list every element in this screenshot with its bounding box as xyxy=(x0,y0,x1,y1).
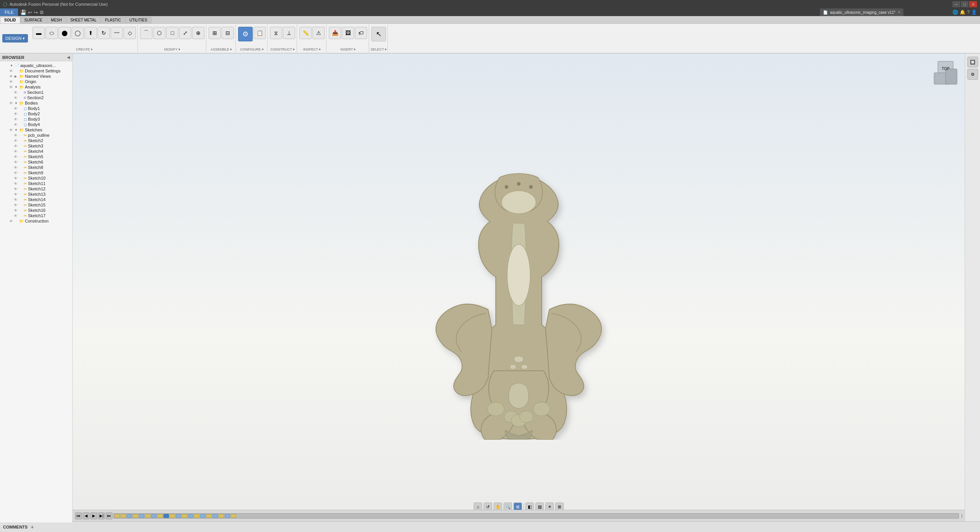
timeline-step-15[interactable] xyxy=(200,514,206,518)
tab-plastic[interactable]: PLASTIC xyxy=(101,17,125,23)
timeline-step-16[interactable] xyxy=(206,514,212,518)
configure-rules-button[interactable]: 📋 xyxy=(253,27,266,39)
sphere-button[interactable]: ⬤ xyxy=(59,27,71,39)
tree-item-origin[interactable]: 👁📁Origin xyxy=(0,79,72,84)
configure-parameters-button[interactable]: ⚙ xyxy=(238,27,253,41)
box-button[interactable]: ▬ xyxy=(33,27,45,39)
tree-item-bodies[interactable]: 👁▼📁Bodies xyxy=(0,100,72,106)
timeline-step-8[interactable] xyxy=(157,514,163,518)
timeline-prev-btn[interactable]: ◀ xyxy=(83,512,90,519)
tree-item-sketch15[interactable]: 👁✏Sketch15 xyxy=(0,202,72,208)
timeline-step-13[interactable] xyxy=(188,514,193,518)
midplane-button[interactable]: ⊥ xyxy=(283,27,295,39)
tree-item-sketch12[interactable]: 👁✏Sketch12 xyxy=(0,186,72,192)
tree-item-sketch14[interactable]: 👁✏Sketch14 xyxy=(0,197,72,202)
comments-expand-btn[interactable]: + xyxy=(31,524,34,530)
decal-button[interactable]: 🏷 xyxy=(355,27,367,39)
timeline-step-20[interactable] xyxy=(231,514,236,518)
user-icon[interactable]: 👤 xyxy=(971,10,977,15)
timeline-step-10[interactable] xyxy=(170,514,175,518)
fillet-button[interactable]: ⌒ xyxy=(140,27,152,39)
right-panel-btn-1[interactable]: 🔲 xyxy=(967,57,978,67)
document-close-btn[interactable]: × xyxy=(898,10,900,15)
right-panel-btn-2[interactable]: ⚙ xyxy=(967,69,978,80)
extrude-button[interactable]: ⬆ xyxy=(85,27,97,39)
measure-button[interactable]: 📏 xyxy=(299,27,312,39)
document-filename[interactable]: aquatic_ultrasonic_imaging_case v11* xyxy=(830,10,895,15)
loft-button[interactable]: ◇ xyxy=(124,27,136,39)
revolve-button[interactable]: ↻ xyxy=(98,27,110,39)
tab-solid[interactable]: SOLID xyxy=(0,17,20,23)
tree-item-pcb_outline[interactable]: 👁✏pcb_outline xyxy=(0,133,72,138)
tree-item-analysis[interactable]: 👁▼📁Analysis xyxy=(0,84,72,90)
timeline-step-4[interactable] xyxy=(133,514,138,518)
tree-item-sketch5[interactable]: 👁✏Sketch5 xyxy=(0,154,72,159)
tree-item-sketches[interactable]: 👁▼📁Sketches xyxy=(0,127,72,133)
select-button[interactable]: ↖ xyxy=(371,27,386,41)
offset-plane-button[interactable]: ⧖ xyxy=(270,27,282,39)
tree-item-body3[interactable]: 👁◻Body3 xyxy=(0,116,72,122)
cylinder-button[interactable]: ⬭ xyxy=(46,27,58,39)
timeline-back-btn[interactable]: ⏮ xyxy=(75,512,82,519)
help-icon[interactable]: ? xyxy=(967,10,970,15)
tree-item-sketch16[interactable]: 👁✏Sketch16 xyxy=(0,208,72,213)
viewport[interactable]: TOP ⌂ ↺ ✋ 🔍 ⊞ ◧ ▨ ☀ ⊞ xyxy=(73,54,965,522)
network-icon[interactable]: 🌐 xyxy=(952,10,958,15)
timeline-end-btn[interactable]: ⏭ xyxy=(106,512,113,519)
tab-mesh[interactable]: MESH xyxy=(47,17,66,23)
tree-item-sketch4[interactable]: 👁✏Sketch4 xyxy=(0,149,72,154)
scale-button[interactable]: ⤢ xyxy=(179,27,191,39)
timeline-step-2[interactable] xyxy=(121,514,126,518)
sweep-button[interactable]: 〰 xyxy=(111,27,123,39)
browser-collapse-btn[interactable]: ◀ xyxy=(67,55,70,59)
tree-item-sketch13[interactable]: 👁✏Sketch13 xyxy=(0,192,72,197)
timeline-step-7[interactable] xyxy=(151,514,157,518)
tab-utilities[interactable]: UTILITIES xyxy=(125,17,152,23)
timeline-step-6[interactable] xyxy=(145,514,150,518)
timeline-step-11[interactable] xyxy=(176,514,181,518)
tree-item-sketch8[interactable]: 👁✏Sketch8 xyxy=(0,165,72,170)
chamfer-button[interactable]: ⬡ xyxy=(153,27,165,39)
tree-item-sketch9[interactable]: 👁✏Sketch9 xyxy=(0,170,72,175)
tree-item-construction[interactable]: 👁📁Construction xyxy=(0,218,72,224)
timeline-step-19[interactable] xyxy=(225,514,230,518)
tree-item-sketch11[interactable]: 👁✏Sketch11 xyxy=(0,181,72,186)
timeline-step-9[interactable] xyxy=(163,514,169,518)
tree-item-sketch2[interactable]: 👁✏Sketch2 xyxy=(0,138,72,143)
tree-item-document-settings[interactable]: 👁📁Document Settings xyxy=(0,68,72,74)
asbuilt-button[interactable]: ⊟ xyxy=(222,27,234,39)
settings-icon[interactable]: ⚙ xyxy=(39,10,44,15)
maximize-button[interactable]: □ xyxy=(961,1,969,7)
file-menu[interactable]: FILE xyxy=(0,8,18,16)
tree-item-sketch17[interactable]: 👁✏Sketch17 xyxy=(0,213,72,218)
close-button[interactable]: ✕ xyxy=(969,1,977,7)
tree-item-sketch10[interactable]: 👁✏Sketch10 xyxy=(0,175,72,181)
save-icon[interactable]: 💾 xyxy=(20,10,26,15)
timeline-step-14[interactable] xyxy=(194,514,199,518)
timeline-step-17[interactable] xyxy=(212,514,218,518)
tree-item-body2[interactable]: 👁◻Body2 xyxy=(0,111,72,116)
tree-item-sketch3[interactable]: 👁✏Sketch3 xyxy=(0,143,72,149)
design-dropdown[interactable]: DESIGN ▾ xyxy=(2,34,28,43)
view-cube[interactable]: TOP xyxy=(932,59,959,86)
interference-button[interactable]: ⚠ xyxy=(312,27,325,39)
minimize-button[interactable]: ─ xyxy=(952,1,960,7)
tree-item-section1[interactable]: 👁⧈Section1 xyxy=(0,90,72,95)
undo-icon[interactable]: ↩ xyxy=(28,10,32,15)
tree-item-section2[interactable]: 👁⧈Section2 xyxy=(0,95,72,100)
torus-button[interactable]: ◯ xyxy=(72,27,84,39)
insert-svg-button[interactable]: 🖼 xyxy=(342,27,354,39)
timeline-step-1[interactable] xyxy=(114,514,120,518)
timeline-step-3[interactable] xyxy=(127,514,132,518)
tree-item-sketch6[interactable]: 👁✏Sketch6 xyxy=(0,159,72,165)
tree-item-body4[interactable]: 👁◻Body4 xyxy=(0,122,72,127)
timeline-play-btn[interactable]: ▶ xyxy=(90,512,97,519)
timeline-step-12[interactable] xyxy=(182,514,187,518)
tab-sheetmetal[interactable]: SHEET METAL xyxy=(66,17,101,23)
insert-mesh-button[interactable]: 📥 xyxy=(329,27,341,39)
combine-button[interactable]: ⊕ xyxy=(192,27,204,39)
timeline-step-18[interactable] xyxy=(219,514,224,518)
tree-item-named-views[interactable]: 👁▶📁Named Views xyxy=(0,74,72,79)
timeline-step-5[interactable] xyxy=(139,514,144,518)
joint-button[interactable]: ⊞ xyxy=(209,27,221,39)
